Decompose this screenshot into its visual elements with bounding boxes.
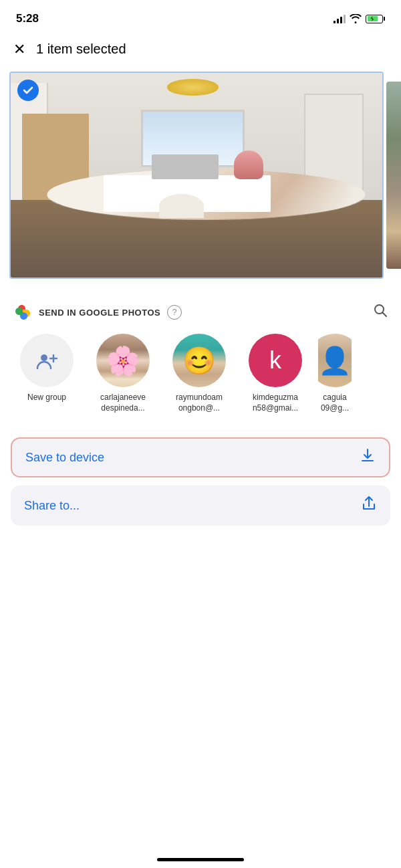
send-header: SEND IN GOOGLE PHOTOS ? xyxy=(13,303,388,322)
carla-label: carlajaneevedespineda... xyxy=(100,393,146,413)
contact-new-group[interactable]: New group xyxy=(13,334,80,413)
caguia-label: caguia09@g... xyxy=(321,393,349,413)
svg-point-2 xyxy=(33,347,60,374)
help-button[interactable]: ? xyxy=(167,305,182,320)
carla-avatar: 🌸 xyxy=(96,334,150,387)
room-scene xyxy=(11,73,382,278)
status-icons xyxy=(333,14,385,23)
raymundo-avatar: 😊 xyxy=(172,334,226,387)
google-photos-icon xyxy=(13,303,32,322)
kim-label: kimdeguzman58@gmai... xyxy=(253,393,298,413)
selection-check xyxy=(17,80,39,101)
signal-icon xyxy=(333,14,346,23)
actions-section: Save to device Share to... xyxy=(0,424,401,526)
contact-kim[interactable]: k kimdeguzman58@gmai... xyxy=(242,334,309,413)
close-button[interactable]: ✕ xyxy=(13,42,25,57)
header: ✕ 1 item selected xyxy=(0,33,401,65)
selected-photo[interactable] xyxy=(9,72,384,279)
wifi-icon xyxy=(350,14,362,23)
new-group-label: New group xyxy=(27,393,66,403)
svg-marker-0 xyxy=(371,16,374,21)
save-to-device-label: Save to device xyxy=(25,451,104,465)
send-label: SEND IN GOOGLE PHOTOS xyxy=(39,308,160,318)
photo-area xyxy=(0,65,401,292)
send-header-left: SEND IN GOOGLE PHOTOS ? xyxy=(13,303,182,322)
kim-avatar: k xyxy=(249,334,302,387)
share-to-button[interactable]: Share to... xyxy=(11,485,390,526)
status-bar: 5:28 xyxy=(0,0,401,33)
help-icon: ? xyxy=(172,308,177,317)
share-label: Share to... xyxy=(24,499,80,513)
contact-raymundo[interactable]: 😊 raymundoamongbon@... xyxy=(166,334,233,413)
download-icon xyxy=(360,447,376,467)
svg-point-3 xyxy=(41,354,47,361)
status-time: 5:28 xyxy=(16,12,39,25)
send-section: SEND IN GOOGLE PHOTOS ? xyxy=(0,292,401,424)
battery-icon xyxy=(366,15,385,23)
home-indicator xyxy=(157,858,244,861)
contact-carla[interactable]: 🌸 carlajaneevedespineda... xyxy=(90,334,156,413)
search-button[interactable] xyxy=(373,303,388,322)
share-icon xyxy=(361,496,377,516)
contact-caguia[interactable]: 👤 caguia09@g... xyxy=(318,334,352,413)
raymundo-label: raymundoamongbon@... xyxy=(176,393,223,413)
save-to-device-button[interactable]: Save to device xyxy=(11,437,390,477)
contacts-row: New group 🌸 carlajaneevedespineda... 😊 r… xyxy=(13,334,388,419)
secondary-photo[interactable] xyxy=(386,82,401,269)
page-title: 1 item selected xyxy=(36,41,126,57)
new-group-avatar xyxy=(20,334,74,387)
caguia-avatar: 👤 xyxy=(318,334,352,387)
